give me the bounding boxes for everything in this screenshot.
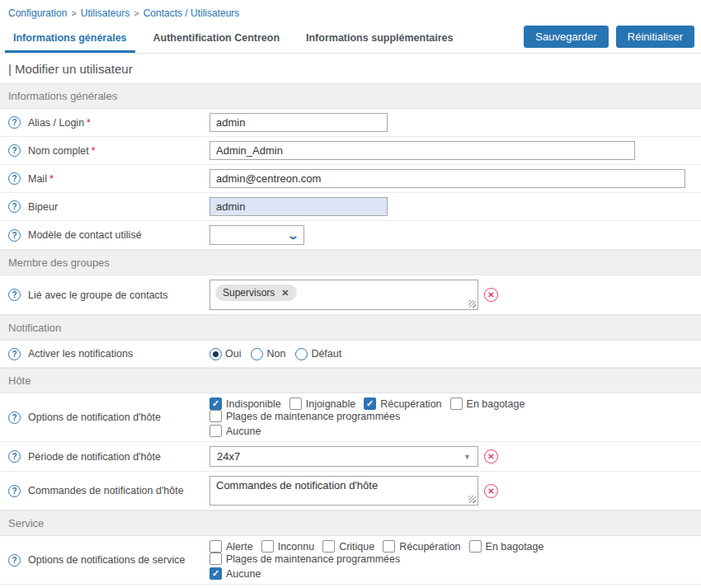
breadcrumb: Configuration>Utilisateurs>Contacts / Ut… [0,0,701,25]
contactgroups-multiselect[interactable]: Supervisors ✕ [209,280,478,310]
checkbox-en-bagotage-service[interactable]: En bagotage [469,540,544,553]
checkbox[interactable] [364,397,376,410]
help-icon[interactable]: ? [8,229,21,242]
row-alias-login: ? Alias / Login* [0,109,701,137]
checkbox[interactable] [209,553,222,565]
checkbox[interactable] [469,540,482,553]
contactgroup-tag: Supervisors ✕ [215,285,297,301]
pager-input[interactable] [209,197,388,216]
help-icon[interactable]: ? [8,348,21,360]
checkbox-plages-maintenance-hote[interactable]: Plages de maintenance programmées [209,410,400,422]
host-period-value: 24x7 [217,450,240,463]
checkbox-plages-maintenance-service[interactable]: Plages de maintenance programmées [209,553,400,565]
alias-input[interactable] [209,113,388,132]
required-asterisk: * [49,173,54,185]
tab-authentification-centreon[interactable]: Authentification Centreon [145,25,288,53]
radio-button[interactable] [295,348,308,360]
resize-grip[interactable] [468,300,476,308]
tab-informations-generales[interactable]: Informations générales [5,25,135,53]
row-activer-notifications: ? Activer les notifications Oui Non Défa… [0,341,701,368]
mail-input[interactable] [209,169,685,188]
checkbox[interactable] [209,567,222,580]
row-commandes-notification-hote: ? Commandes de notification d'hôte Comma… [0,472,701,510]
radio-oui[interactable]: Oui [209,348,241,360]
action-buttons: Sauvegarder Réinitialiser [524,26,696,53]
clear-field-icon[interactable]: ✕ [484,288,498,302]
contactgroup-tag-label: Supervisors [223,287,275,299]
dropdown-arrow-icon: ▼ [463,453,471,461]
contactgroups-label-cell: ? Lié avec le groupe de contacts [8,289,209,301]
breadcrumb-link-contacts[interactable]: Contacts / Utilisateurs [143,7,240,19]
checkbox-recuperation-service[interactable]: Récupération [383,540,460,553]
checkbox[interactable] [209,425,222,437]
checkbox-critique[interactable]: Critique [322,540,374,553]
checkbox-aucune-hote[interactable]: Aucune [209,425,261,437]
row-options-notifications-service: ? Options de notifications de service Al… [0,536,701,585]
breadcrumb-link-utilisateurs[interactable]: Utilisateurs [81,7,129,19]
tag-remove-icon[interactable]: ✕ [281,288,289,299]
section-header-notification: Notification [0,315,701,341]
help-icon[interactable]: ? [8,554,21,567]
checkbox[interactable] [209,540,222,553]
reset-button[interactable]: Réinitialiser [616,26,694,48]
checkbox[interactable] [209,410,222,422]
checkbox[interactable] [383,540,395,553]
radio-button[interactable] [209,348,222,360]
host-period-label: Période de notification d'hôte [28,451,161,463]
radio-non-label: Non [266,348,285,360]
checkbox[interactable] [289,397,302,410]
section-header-informations-generales: Informations générales [0,83,701,109]
checkbox-indisponible[interactable]: Indisponible [209,397,281,410]
mail-label: Mail* [28,173,54,185]
alias-label: Alias / Login* [28,117,91,129]
clear-field-icon[interactable]: ✕ [484,449,498,463]
tab-informations-supplementaires[interactable]: Informations supplémentaires [298,25,462,53]
checkbox[interactable] [322,540,335,553]
help-icon[interactable]: ? [8,450,21,463]
checkbox-recuperation-hote[interactable]: Récupération [364,397,441,410]
checkbox[interactable] [450,397,463,410]
chevron-down-icon: ⌄ [287,230,299,241]
checkbox-aucune-service[interactable]: Aucune [209,567,261,580]
checkbox-en-bagotage-hote[interactable]: En bagotage [450,397,525,410]
fullname-input[interactable] [209,141,635,160]
radio-defaut[interactable]: Défaut [295,348,341,360]
checkbox[interactable] [261,540,274,553]
radio-button[interactable] [251,348,263,360]
tab-bar: Informations générales Authentification … [0,25,701,54]
help-icon[interactable]: ? [8,116,21,129]
radio-non[interactable]: Non [251,348,285,360]
save-button[interactable]: Sauvegarder [524,26,608,48]
alias-label-cell: ? Alias / Login* [8,116,209,129]
clear-field-icon[interactable]: ✕ [484,484,498,498]
help-icon[interactable]: ? [8,485,21,497]
help-icon[interactable]: ? [8,172,21,185]
host-commands-label: Commandes de notification d'hôte [28,485,184,496]
host-commands-textarea[interactable]: Commandes de notification d'hôte [209,476,478,506]
required-asterisk: * [87,117,91,129]
host-period-select[interactable]: 24x7 ▼ [209,446,478,467]
breadcrumb-link-configuration[interactable]: Configuration [8,7,67,19]
help-icon[interactable]: ? [8,200,21,213]
help-icon[interactable]: ? [8,412,21,424]
contact-template-select[interactable]: ⌄ [209,225,304,245]
row-bipeur: ? Bipeur [0,193,701,221]
help-icon[interactable]: ? [8,144,21,157]
pager-label-cell: ? Bipeur [8,200,209,213]
host-options-line1: Indisponible Injoignable Récupération En… [209,397,693,422]
checkbox-inconnu[interactable]: Inconnu [261,540,314,553]
help-icon[interactable]: ? [8,289,21,301]
checkbox-injoignable[interactable]: Injoignable [289,397,355,410]
mail-label-cell: ? Mail* [8,172,209,185]
row-options-notification-hote: ? Options de notification d'hôte Indispo… [0,393,701,442]
template-label: Modèle de contact utilisé [28,229,142,241]
host-commands-label-cell: ? Commandes de notification d'hôte [8,485,209,497]
checkbox[interactable] [209,397,222,410]
checkbox-alerte[interactable]: Alerte [209,540,253,553]
breadcrumb-separator: > [71,8,76,18]
radio-oui-label: Oui [225,348,241,360]
row-modele-contact: ? Modèle de contact utilisé ⌄ [0,221,701,250]
contactgroups-label: Lié avec le groupe de contacts [28,289,168,301]
host-options-label-cell: ? Options de notification d'hôte [8,412,209,424]
resize-grip[interactable] [468,496,476,503]
